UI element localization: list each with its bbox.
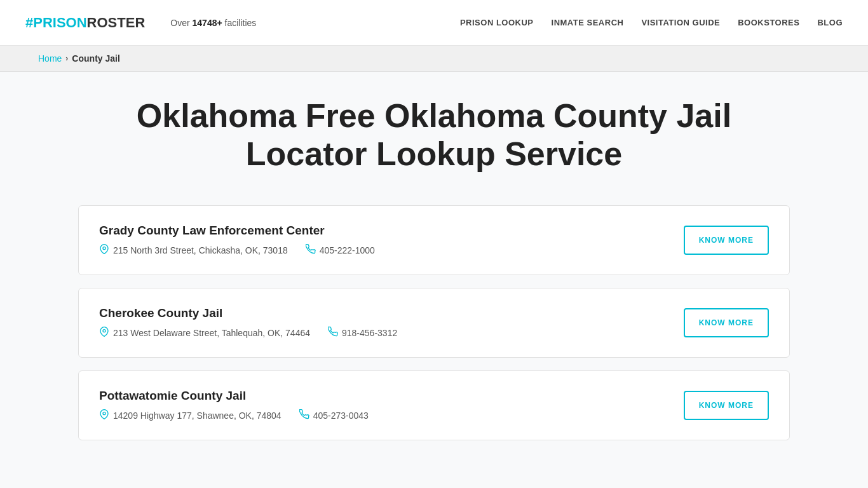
facility-details: 215 North 3rd Street, Chickasha, OK, 730… (99, 244, 665, 257)
phone-icon (299, 409, 309, 422)
logo-roster: ROSTER (87, 15, 146, 31)
facility-name: Grady County Law Enforcement Center (99, 224, 665, 238)
facility-info: Pottawatomie County Jail 14209 Highway 1… (99, 389, 665, 422)
site-header: #PRISONROSTER Over 14748+ facilities PRI… (0, 0, 868, 46)
svg-point-0 (103, 247, 105, 249)
facility-details: 213 West Delaware Street, Tahlequah, OK,… (99, 327, 665, 339)
breadcrumb-home-link[interactable]: Home (38, 53, 62, 64)
main-nav: PRISON LOOKUP INMATE SEARCH VISITATION G… (460, 18, 843, 27)
breadcrumb-bar: Home › County Jail (0, 46, 868, 72)
nav-blog[interactable]: BLOG (817, 18, 843, 27)
know-more-button-pottawatomie[interactable]: KNOW MORE (684, 391, 769, 420)
logo-prison: PRISON (33, 15, 86, 31)
breadcrumb-current: County Jail (72, 53, 119, 64)
logo-hash: # (25, 15, 33, 31)
facility-list: Grady County Law Enforcement Center 215 … (78, 205, 790, 440)
facility-details: 14209 Highway 177, Shawnee, OK, 74804 40… (99, 409, 665, 422)
main-content: Oklahoma Free Oklahoma County Jail Locat… (65, 72, 803, 488)
phone-icon (306, 244, 316, 257)
page-title: Oklahoma Free Oklahoma County Jail Locat… (78, 97, 790, 173)
breadcrumb: Home › County Jail (38, 53, 830, 64)
know-more-button-cherokee[interactable]: KNOW MORE (684, 308, 769, 337)
facility-phone: 405-273-0043 (299, 409, 369, 422)
facilities-number: 14748+ (193, 18, 222, 28)
svg-point-2 (103, 412, 105, 414)
facility-card-pottawatomie-county: Pottawatomie County Jail 14209 Highway 1… (78, 370, 790, 440)
facility-address: 14209 Highway 177, Shawnee, OK, 74804 (99, 409, 281, 422)
svg-point-1 (103, 329, 105, 332)
facilities-count-text: Over 14748+ facilities (170, 18, 256, 28)
facility-address: 213 West Delaware Street, Tahlequah, OK,… (99, 327, 310, 339)
nav-prison-lookup[interactable]: PRISON LOOKUP (460, 18, 534, 27)
breadcrumb-chevron-icon: › (65, 54, 68, 63)
facility-info: Cherokee County Jail 213 West Delaware S… (99, 306, 665, 339)
facility-card-grady-county: Grady County Law Enforcement Center 215 … (78, 205, 790, 275)
location-icon (99, 409, 109, 422)
know-more-button-grady[interactable]: KNOW MORE (684, 226, 769, 255)
nav-visitation-guide[interactable]: VISITATION GUIDE (641, 18, 720, 27)
facility-name: Pottawatomie County Jail (99, 389, 665, 403)
facility-phone: 405-222-1000 (306, 244, 375, 257)
nav-bookstores[interactable]: BOOKSTORES (738, 18, 799, 27)
facility-name: Cherokee County Jail (99, 306, 665, 320)
facility-address: 215 North 3rd Street, Chickasha, OK, 730… (99, 244, 288, 257)
location-icon (99, 327, 109, 339)
facility-card-cherokee-county: Cherokee County Jail 213 West Delaware S… (78, 288, 790, 358)
facility-info: Grady County Law Enforcement Center 215 … (99, 224, 665, 257)
phone-icon (328, 327, 338, 339)
location-icon (99, 244, 109, 257)
site-logo[interactable]: #PRISONROSTER (25, 15, 145, 31)
nav-inmate-search[interactable]: INMATE SEARCH (552, 18, 624, 27)
facility-phone: 918-456-3312 (328, 327, 397, 339)
